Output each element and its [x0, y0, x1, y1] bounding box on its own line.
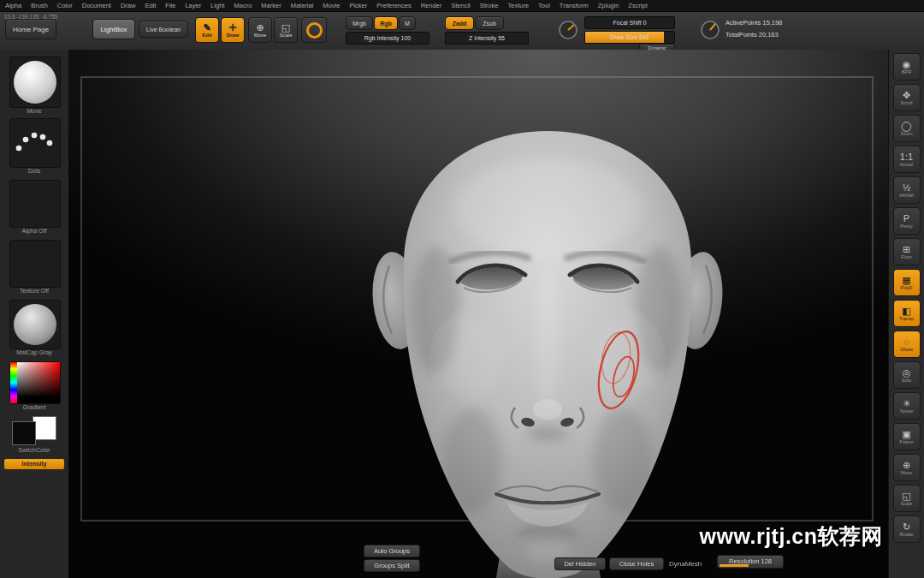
live-boolean-button[interactable]: Live Boolean: [139, 21, 188, 38]
right-shelf-button[interactable]: ▦ PolyF: [893, 269, 921, 296]
m-button[interactable]: M: [399, 16, 416, 30]
material-name-label: MatCap Gray: [0, 349, 68, 355]
matcap-sphere-icon: [14, 304, 56, 345]
focal-shift-slider[interactable]: Focal Shift 0: [584, 16, 675, 29]
rgb-button[interactable]: Rgb: [374, 16, 398, 30]
rgb-intensity-slider[interactable]: Rgb Intensity 100: [346, 32, 429, 45]
saturation-square[interactable]: [17, 362, 60, 403]
menu-item[interactable]: Alpha: [5, 2, 21, 9]
dynamesh-label: DynaMesh: [669, 560, 702, 568]
menu-item[interactable]: Edit: [145, 2, 156, 9]
current-brush-button[interactable]: [301, 17, 327, 43]
alpha-selector[interactable]: [9, 180, 61, 228]
shelf-icon: ◱: [902, 491, 910, 501]
sculpt-canvas[interactable]: Auto Groups Groups Split Del Hidden Clos…: [68, 50, 888, 578]
right-shelf-button[interactable]: ◱ Scale: [893, 485, 921, 512]
right-shelf-button[interactable]: ✥ Scroll: [893, 84, 921, 111]
zbrush-window: AlphaBrushColorDocumentDrawEditFileLayer…: [0, 0, 924, 578]
auto-groups-button[interactable]: Auto Groups: [364, 545, 420, 557]
z-intensity-slider[interactable]: Z Intensity 55: [445, 32, 529, 45]
draw-size-slider[interactable]: Draw Size 542: [584, 31, 675, 44]
menu-item[interactable]: Zplugin: [598, 2, 619, 9]
draw-button[interactable]: ✛ Draw: [221, 17, 245, 43]
right-shelf-button[interactable]: ✳ Xpose: [893, 392, 921, 420]
resolution-fill: [720, 564, 749, 567]
menu-item[interactable]: Transform: [560, 2, 589, 9]
brush-selector[interactable]: [9, 57, 61, 108]
menu-item[interactable]: Texture: [507, 2, 529, 9]
menu-item[interactable]: Stencil: [451, 2, 471, 9]
right-shelf-button[interactable]: ◧ Transp: [893, 300, 921, 327]
shelf-icon: ✳: [903, 398, 910, 408]
stroke-name-label: Dots: [0, 168, 68, 174]
edit-button[interactable]: ✎ Edit: [195, 17, 219, 43]
home-page-button[interactable]: Home Page: [5, 19, 56, 39]
menu-item[interactable]: Zscript: [628, 2, 648, 9]
shelf-icon: ⊕: [903, 460, 910, 470]
shelf-icon: ◎: [903, 367, 911, 378]
shelf-icon: P: [903, 213, 909, 223]
menu-item[interactable]: Document: [82, 2, 111, 9]
right-shelf-button[interactable]: ½ AAHalf: [893, 176, 921, 204]
texture-selector[interactable]: [9, 240, 61, 288]
texture-label: Texture Off: [0, 288, 68, 294]
menu-item[interactable]: Draw: [121, 2, 136, 9]
menu-item[interactable]: File: [165, 2, 175, 9]
move-icon: ⊕: [256, 22, 264, 33]
lightbox-button[interactable]: LightBox: [92, 19, 135, 39]
top-shelf: 13.6 -139.135, -8.755 Home Page LightBox…: [0, 12, 924, 51]
secondary-color-swatch[interactable]: [33, 416, 56, 440]
menu-item[interactable]: Light: [210, 2, 224, 9]
right-shelf-button[interactable]: ⊕ Move: [893, 454, 921, 481]
right-shelf: ◉ BPR ✥ Scroll ◯ Zoom 1:1 Actual ½ AAHal…: [888, 50, 924, 578]
menu-item[interactable]: Color: [57, 2, 73, 9]
draw-pointer-icon: ✛: [228, 22, 236, 33]
shelf-icon: ✥: [903, 90, 910, 100]
menu-item[interactable]: Render: [421, 2, 442, 9]
mrgb-button[interactable]: Mrgb: [346, 16, 373, 30]
tray-orange-button[interactable]: Intensity: [4, 459, 64, 469]
right-shelf-button[interactable]: ◯ Zoom: [893, 115, 921, 142]
right-shelf-button[interactable]: ◉ BPR: [893, 53, 921, 80]
right-shelf-button[interactable]: ↻ Rotate: [893, 515, 921, 543]
menu-item[interactable]: Brush: [31, 2, 48, 9]
shelf-icon: ◌: [903, 337, 909, 347]
right-shelf-button[interactable]: 1:1 Actual: [893, 146, 921, 173]
shelf-icon: 1:1: [900, 152, 913, 162]
shelf-icon: ↻: [903, 521, 910, 532]
shelf-icon: ◧: [902, 306, 910, 316]
focal-dial-icon[interactable]: [558, 20, 578, 40]
groups-split-button[interactable]: Groups Split: [364, 559, 420, 572]
zsub-button[interactable]: Zsub: [475, 16, 504, 30]
material-selector[interactable]: [9, 300, 61, 349]
right-shelf-button[interactable]: P Persp: [893, 207, 921, 235]
color-picker[interactable]: [9, 361, 61, 404]
right-shelf-button[interactable]: ◎ Solo: [893, 361, 921, 389]
move-button[interactable]: ⊕ Move: [248, 17, 272, 43]
menu-item[interactable]: Layer: [185, 2, 201, 9]
close-holes-button[interactable]: Close Holes: [609, 557, 664, 570]
points-dial-icon[interactable]: [700, 20, 720, 40]
right-shelf-button[interactable]: ▣ Frame: [893, 423, 921, 450]
menu-item[interactable]: Material: [291, 2, 314, 9]
hue-strip[interactable]: [10, 362, 17, 403]
primary-color-swatch[interactable]: [12, 421, 36, 445]
switch-color-widget[interactable]: [12, 416, 60, 445]
shelf-icon: ▣: [902, 429, 910, 439]
zadd-button[interactable]: Zadd: [445, 16, 474, 30]
brush-thumbnail-icon: [14, 61, 56, 104]
right-shelf-button[interactable]: ◌ Ghost: [893, 331, 921, 358]
scale-button[interactable]: ◱ Scale: [274, 17, 298, 43]
menu-item[interactable]: Movie: [323, 2, 340, 9]
stroke-selector[interactable]: [9, 118, 61, 168]
del-hidden-button[interactable]: Del Hidden: [554, 557, 606, 570]
shelf-icon: ◉: [903, 59, 911, 69]
menu-item[interactable]: Tool: [538, 2, 550, 9]
menu-item[interactable]: Stroke: [480, 2, 499, 9]
right-shelf-button[interactable]: ⊞ Floor: [893, 238, 921, 265]
menu-item[interactable]: Picker: [349, 2, 367, 9]
menu-item[interactable]: Preferences: [376, 2, 411, 9]
menu-item[interactable]: Marker: [261, 2, 281, 9]
menu-item[interactable]: Macro: [234, 2, 252, 9]
resolution-slider[interactable]: Resolution 128: [717, 555, 784, 569]
